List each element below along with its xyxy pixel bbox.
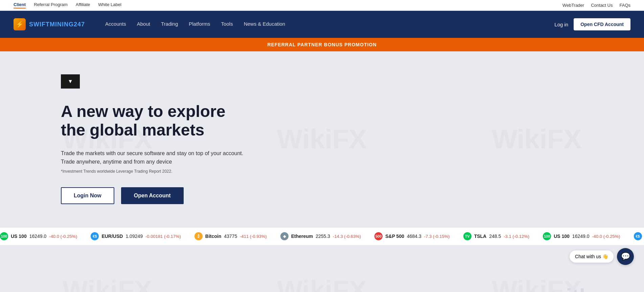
ticker-name: Ethereum	[291, 234, 313, 239]
ticker-item: 100 US 100 16249.0 -40.0 (-0.25%)	[0, 232, 77, 240]
topbar-right-webtrader[interactable]: WebTrader	[562, 3, 584, 8]
ticker-name: US 100	[11, 234, 27, 239]
ticker-item: €$ EUR/USD 1.09249 -0.00181 (-0.17%)	[634, 232, 644, 240]
open-account-button[interactable]: Open Account	[121, 187, 184, 204]
ticker-icon: 100	[0, 232, 8, 240]
nav-link-news-and-education[interactable]: News & Education	[244, 18, 285, 30]
chat-button[interactable]: 💬	[617, 248, 634, 265]
topbar-link-white-label[interactable]: White Label	[98, 2, 121, 8]
ticker-price: 248.5	[489, 234, 501, 239]
ticker-icon: 100	[543, 232, 551, 240]
chat-widget: Chat with us 👋 💬	[570, 248, 634, 265]
chat-label: Chat with us 👋	[570, 250, 614, 263]
logo-area[interactable]: ⚡ SWIFTMINING247	[14, 18, 85, 30]
logo-icon: ⚡	[14, 18, 26, 30]
bottom-wm-2: WikiFX	[277, 275, 367, 292]
ticker-change: -14.3 (-0.63%)	[333, 234, 361, 239]
topbar-link-affiliate[interactable]: Affiliate	[76, 2, 90, 8]
with-us-text: with us	[549, 284, 624, 292]
open-cfd-account-button[interactable]: Open CFD Account	[574, 18, 630, 30]
ticker-change: -3.1 (-0.12%)	[504, 234, 529, 239]
ticker-icon: 500	[374, 232, 383, 240]
hero-subtext: Trade the markets with our secure softwa…	[61, 149, 250, 166]
ticker-change: -40.0 (-0.25%)	[49, 234, 77, 239]
nav-right: Log in Open CFD Account	[554, 18, 630, 30]
logo-main: SWIFTMINING	[29, 21, 74, 28]
topbar-right-contact-us[interactable]: Contact Us	[591, 3, 613, 8]
watermark-3: WikiFX	[492, 124, 582, 155]
logo-accent: 247	[74, 21, 85, 28]
ticker-icon: €$	[91, 232, 99, 240]
ticker-item: TV TSLA 248.5 -3.1 (-0.12%)	[463, 232, 529, 240]
ticker-icon: TV	[463, 232, 472, 240]
top-bar: ClientReferral ProgramAffiliateWhite Lab…	[0, 0, 644, 11]
nav-link-about[interactable]: About	[137, 18, 150, 30]
bottom-wm-1: WikiFX	[62, 275, 152, 292]
dropdown-button[interactable]: ▼	[61, 74, 80, 89]
ticker-icon: €$	[634, 232, 642, 240]
hero-content: A new way to explore the global markets …	[61, 102, 250, 204]
ticker-price: 1.09249	[125, 234, 143, 239]
ticker-item: ◆ Ethereum 2255.3 -14.3 (-0.63%)	[280, 232, 361, 240]
bottom-section: WikiFX WikiFX WikiFX with us	[0, 245, 644, 292]
ticker-icon: ₿	[194, 232, 203, 240]
nav-links: AccountsAboutTradingPlatformsToolsNews &…	[105, 18, 554, 30]
hero-section: WikiFX WikiFX WikiFX ▼ A new way to expl…	[0, 51, 644, 227]
ticker-inner: 100 US 100 16249.0 -40.0 (-0.25%) €$ EUR…	[0, 232, 644, 240]
ticker-change: -411 (-0.93%)	[240, 234, 267, 239]
promo-text: REFERRAL PARTNER BONUS PROMOTION	[267, 42, 376, 47]
topbar-link-client[interactable]: Client	[14, 2, 26, 8]
main-nav: ⚡ SWIFTMINING247 AccountsAboutTradingPla…	[0, 11, 644, 38]
ticker-name: Bitcoin	[205, 234, 221, 239]
ticker-item: €$ EUR/USD 1.09249 -0.00181 (-0.17%)	[91, 232, 181, 240]
ticker-name: TSLA	[474, 234, 487, 239]
headline-line2: the global markets	[61, 121, 204, 139]
ticker-price: 16249.0	[572, 234, 590, 239]
ticker-change: -40.0 (-0.25%)	[592, 234, 620, 239]
ticker-price: 43775	[224, 234, 237, 239]
login-now-button[interactable]: Login Now	[61, 187, 114, 204]
topbar-right-faqs[interactable]: FAQs	[619, 3, 630, 8]
ticker-item: 100 US 100 16249.0 -40.0 (-0.25%)	[543, 232, 620, 240]
nav-link-accounts[interactable]: Accounts	[105, 18, 126, 30]
ticker-change: -0.00181 (-0.17%)	[145, 234, 181, 239]
ticker-name: US 100	[554, 234, 570, 239]
ticker-price: 16249.0	[29, 234, 47, 239]
ticker-price: 2255.3	[316, 234, 330, 239]
hero-headline: A new way to explore the global markets	[61, 102, 250, 139]
hero-footnote: *Investment Trends worldwide Leverage Tr…	[61, 169, 250, 174]
ticker-name: S&P 500	[385, 234, 404, 239]
ticker-bar: 100 US 100 16249.0 -40.0 (-0.25%) €$ EUR…	[0, 227, 644, 245]
ticker-change: -7.3 (-0.15%)	[424, 234, 450, 239]
login-link[interactable]: Log in	[554, 22, 568, 27]
nav-link-trading[interactable]: Trading	[161, 18, 178, 30]
hero-buttons: Login Now Open Account	[61, 187, 250, 204]
ticker-icon: ◆	[280, 232, 289, 240]
promo-banner: REFERRAL PARTNER BONUS PROMOTION	[0, 38, 644, 51]
topbar-link-referral-program[interactable]: Referral Program	[34, 2, 68, 8]
top-bar-right: WebTraderContact UsFAQs	[562, 3, 630, 8]
nav-link-tools[interactable]: Tools	[221, 18, 233, 30]
logo-text: SWIFTMINING247	[29, 21, 85, 28]
ticker-name: EUR/USD	[101, 234, 123, 239]
ticker-item: ₿ Bitcoin 43775 -411 (-0.93%)	[194, 232, 267, 240]
bottom-watermark: WikiFX WikiFX WikiFX	[0, 275, 644, 292]
headline-line1: A new way to explore	[61, 102, 225, 120]
top-bar-left: ClientReferral ProgramAffiliateWhite Lab…	[14, 2, 121, 8]
chat-icon: 💬	[621, 252, 630, 261]
ticker-price: 4684.3	[407, 234, 421, 239]
ticker-item: 500 S&P 500 4684.3 -7.3 (-0.15%)	[374, 232, 450, 240]
nav-link-platforms[interactable]: Platforms	[189, 18, 210, 30]
watermark-2: WikiFX	[277, 124, 367, 155]
